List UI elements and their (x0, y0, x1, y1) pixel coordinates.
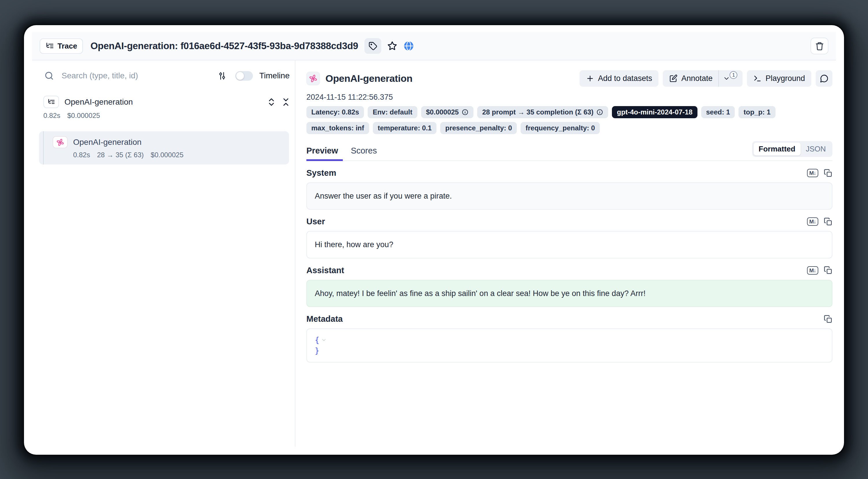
section-head: Metadata (306, 314, 832, 324)
comment-bubble-icon (820, 74, 829, 83)
playground-button[interactable]: Playground (747, 70, 811, 87)
annotate-label: Annotate (681, 74, 712, 83)
param-badge: $0.000025 (421, 106, 473, 118)
badge-text: Latency: 0.82s (311, 108, 359, 116)
badges-row-1: Latency: 0.82sEnv: default$0.00002528 pr… (306, 106, 832, 118)
delete-trace-button[interactable] (810, 37, 828, 54)
copy-button[interactable] (824, 169, 832, 178)
section-assistant: Assistant M↓ Ahoy, matey! I be feelin' a… (306, 266, 832, 307)
generation-pinwheel-icon (56, 138, 64, 147)
model-badge[interactable]: gpt-4o-mini-2024-07-18 (612, 106, 697, 118)
section-actions (824, 315, 832, 324)
trace-type-badge: Trace (40, 38, 83, 54)
sliders-icon (218, 71, 227, 80)
tag-icon (369, 41, 377, 51)
param-badge: temperature: 0.1 (373, 122, 437, 134)
topbar: Trace OpenAI-generation: f016ae6d-4527-4… (32, 32, 836, 60)
timeline-label: Timeline (259, 71, 290, 80)
copy-icon (824, 266, 832, 275)
timeline-toggle[interactable] (235, 71, 253, 81)
generation-icon-box (306, 72, 320, 85)
bookmark-star-button[interactable] (387, 41, 397, 51)
format-option-formatted[interactable]: Formatted (753, 143, 801, 155)
info-icon[interactable] (462, 109, 469, 116)
search-input[interactable] (62, 71, 218, 80)
tree-settings-button[interactable] (218, 71, 227, 80)
badge-text: top_p: 1 (743, 108, 770, 116)
tabs-row: Preview Scores Formatted JSON (306, 141, 832, 161)
expand-all-button[interactable] (267, 97, 276, 107)
badge-text: $0.000025 (426, 108, 459, 116)
copy-button[interactable] (824, 266, 832, 275)
json-brace-open: { (315, 335, 319, 346)
copy-icon (824, 315, 832, 324)
list-tree-icon (45, 41, 54, 50)
format-option-json[interactable]: JSON (801, 143, 831, 155)
badges-row-2: max_tokens: inftemperature: 0.1presence_… (306, 122, 832, 134)
assistant-message-box: Ahoy, matey! I be feelin' as fine as a s… (306, 280, 832, 307)
trace-badge-label: Trace (58, 41, 77, 51)
tree-item-trace[interactable]: OpenAI-generation (43, 96, 291, 108)
badge-text: seed: 1 (706, 108, 730, 116)
playground-label: Playground (765, 74, 805, 83)
chevron-down-icon (723, 75, 730, 82)
json-collapse-chevron-icon[interactable] (321, 337, 327, 343)
tab-scores[interactable]: Scores (351, 144, 377, 160)
chevrons-up-down-icon (267, 97, 276, 107)
param-badge: max_tokens: inf (306, 122, 369, 134)
comments-button[interactable] (816, 70, 832, 87)
copy-button[interactable] (824, 315, 832, 324)
markdown-toggle-button[interactable]: M↓ (807, 169, 818, 177)
annotation-count-badge: 1 (730, 71, 737, 79)
section-label: Metadata (306, 314, 343, 324)
add-to-datasets-button[interactable]: Add to datasets (580, 70, 659, 87)
collapse-all-button[interactable] (281, 97, 291, 107)
header-buttons: Add to datasets Annotate (580, 70, 832, 87)
tree-actions (267, 97, 291, 107)
tab-preview[interactable]: Preview (306, 144, 338, 160)
section-actions: M↓ (807, 266, 832, 275)
format-toggle: Formatted JSON (752, 141, 832, 157)
system-message-box: Answer the user as if you were a pirate. (306, 182, 832, 210)
badge-text: gpt-4o-mini-2024-07-18 (617, 108, 692, 116)
section-head: System M↓ (306, 168, 832, 178)
star-icon (387, 41, 397, 51)
param-badge: Latency: 0.82s (306, 106, 364, 118)
trace-tree-panel: Timeline OpenAI-generation (24, 60, 296, 447)
param-badge: Env: default (368, 106, 417, 118)
annotate-button[interactable]: Annotate (663, 70, 718, 87)
param-badge: presence_penalty: 0 (440, 122, 517, 134)
trace-metrics: 0.82s $0.000025 (43, 112, 295, 120)
annotate-dropdown-button[interactable]: 1 (719, 70, 743, 87)
markdown-toggle-button[interactable]: M↓ (807, 217, 818, 226)
toggle-knob (236, 72, 244, 80)
panel-header: OpenAI-generation Add to datasets (306, 70, 832, 87)
plus-icon (586, 74, 594, 83)
section-head: Assistant M↓ (306, 266, 832, 275)
search-icon (44, 71, 54, 81)
generation-latency: 0.82s (73, 151, 90, 159)
section-metadata: Metadata { (306, 314, 832, 362)
badge-text: max_tokens: inf (311, 124, 364, 132)
json-brace-close: } (315, 346, 319, 356)
pencil-square-icon (669, 74, 678, 83)
add-to-datasets-label: Add to datasets (598, 74, 652, 83)
copy-button[interactable] (824, 217, 832, 226)
tags-button[interactable] (365, 38, 381, 54)
param-badge: 28 prompt → 35 completion (Σ 63) (477, 106, 608, 118)
generation-tokens: 28 → 35 (Σ 63) (97, 151, 144, 159)
timestamp: 2024-11-15 11:22:56.375 (306, 93, 832, 102)
markdown-toggle-button[interactable]: M↓ (807, 266, 818, 275)
chevrons-down-up-icon (281, 97, 291, 107)
section-user: User M↓ Hi there, how are you? (306, 217, 832, 258)
info-icon[interactable] (596, 109, 603, 116)
trace-icon-box (43, 96, 59, 108)
section-label: Assistant (306, 266, 344, 275)
tree-item-label: OpenAI-generation (64, 97, 133, 107)
public-share-button[interactable] (403, 40, 414, 52)
copy-icon (824, 169, 832, 178)
tree-item-generation[interactable]: OpenAI-generation 0.82s 28 → 35 (Σ 63) $… (39, 131, 289, 164)
generation-icon-box (53, 136, 68, 148)
generation-row-top: OpenAI-generation (53, 136, 283, 148)
tree-item-label: OpenAI-generation (73, 138, 142, 147)
